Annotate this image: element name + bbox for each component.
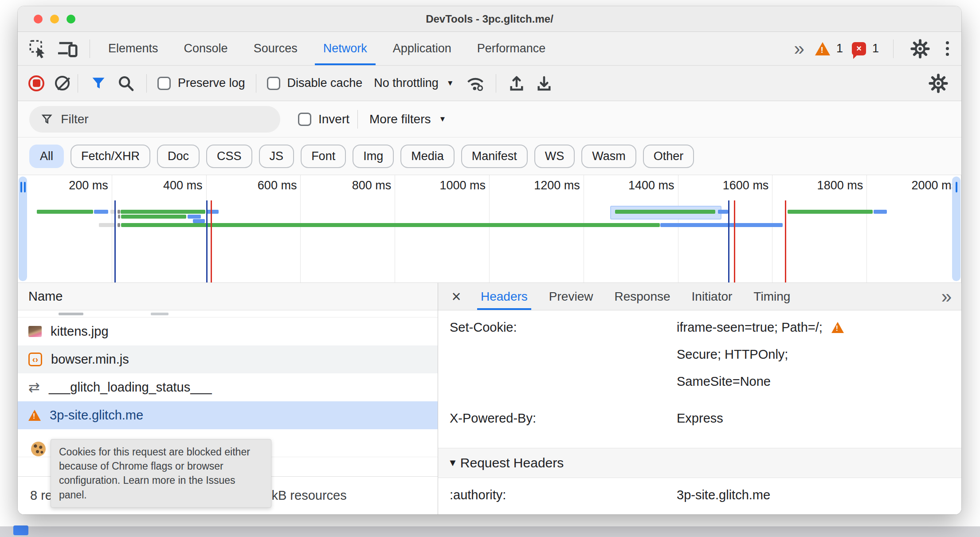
import-har-icon[interactable] bbox=[504, 71, 529, 96]
chip-other[interactable]: Other bbox=[643, 145, 694, 168]
requests-pane: Name kittens.jpg‹›bowser.min.js⇄___glitc… bbox=[18, 283, 438, 514]
record-network-log-icon[interactable] bbox=[28, 75, 44, 91]
detail-tab-preview[interactable]: Preview bbox=[538, 283, 604, 310]
warning-icon[interactable] bbox=[831, 322, 844, 333]
event-line-navy bbox=[728, 200, 729, 282]
chip-fetch-xhr[interactable]: Fetch/XHR bbox=[71, 145, 150, 168]
tab-sources[interactable]: Sources bbox=[241, 32, 310, 65]
waterfall-segment-green bbox=[788, 210, 873, 214]
waterfall-overview[interactable]: 200 ms400 ms600 ms800 ms1000 ms1200 ms14… bbox=[18, 175, 961, 283]
header-row: Set-Cookie:iframe-seen=true; Path=/;Secu… bbox=[438, 310, 961, 401]
header-value-text: Express bbox=[677, 411, 723, 426]
device-toolbar-icon[interactable] bbox=[55, 36, 80, 61]
waterfall-segment-green bbox=[121, 215, 186, 219]
detail-tab-headers[interactable]: Headers bbox=[470, 283, 538, 310]
filter-funnel-icon[interactable] bbox=[86, 71, 111, 96]
export-har-icon[interactable] bbox=[532, 71, 557, 96]
issues-warning-group[interactable]: 1 bbox=[815, 42, 843, 55]
more-filters-label: More filters bbox=[369, 112, 431, 126]
event-line-red bbox=[211, 200, 212, 282]
preserve-log-toggle[interactable]: Preserve log bbox=[155, 76, 248, 90]
overview-left-handle[interactable] bbox=[19, 176, 27, 281]
request-row[interactable]: ‹›bowser.min.js bbox=[18, 345, 438, 373]
header-value-text: Secure; HTTPOnly; bbox=[677, 347, 788, 362]
chip-all[interactable]: All bbox=[29, 145, 64, 168]
kebab-menu-icon[interactable] bbox=[941, 41, 953, 56]
network-settings-gear-icon[interactable] bbox=[926, 71, 951, 96]
detail-tab-initiator[interactable]: Initiator bbox=[681, 283, 743, 310]
waterfall-bars bbox=[18, 175, 961, 282]
chip-font[interactable]: Font bbox=[301, 145, 346, 168]
chip-ws[interactable]: WS bbox=[534, 145, 575, 168]
disable-cache-checkbox[interactable] bbox=[267, 77, 280, 90]
chip-doc[interactable]: Doc bbox=[157, 145, 200, 168]
tab-network[interactable]: Network bbox=[310, 32, 380, 65]
header-value: iframe-seen=true; Path=/;Secure; HTTPOnl… bbox=[677, 320, 950, 401]
request-name: kittens.jpg bbox=[51, 324, 109, 339]
network-toolbar: Preserve log Disable cache No throttling… bbox=[18, 66, 961, 101]
blocked-cookies-tooltip: Cookies for this request are blocked eit… bbox=[51, 439, 271, 508]
waterfall-segment-lightgray bbox=[99, 223, 115, 227]
overview-right-handle[interactable] bbox=[952, 176, 960, 281]
console-error-group[interactable]: × 1 bbox=[852, 42, 879, 55]
request-row[interactable]: kittens.jpg bbox=[18, 317, 438, 345]
chip-img[interactable]: Img bbox=[353, 145, 394, 168]
clear-network-log-icon[interactable] bbox=[55, 76, 70, 90]
tab-console[interactable]: Console bbox=[171, 32, 241, 65]
header-value: 3p-site.glitch.me bbox=[677, 488, 950, 502]
network-conditions-icon[interactable] bbox=[463, 71, 488, 96]
filter-row: Invert More filters ▼ bbox=[18, 101, 961, 137]
chip-js[interactable]: JS bbox=[259, 145, 294, 168]
tab-performance[interactable]: Performance bbox=[464, 32, 559, 65]
waterfall-segment-blue bbox=[193, 219, 205, 223]
tab-elements[interactable]: Elements bbox=[95, 32, 171, 65]
waterfall-segment-green bbox=[37, 210, 94, 214]
devtools-window: DevTools - 3pc.glitch.me/ ElementsConsol… bbox=[18, 6, 961, 514]
close-icon[interactable]: × bbox=[443, 283, 470, 310]
header-row: X-Powered-By:Express bbox=[438, 401, 961, 438]
preserve-log-checkbox[interactable] bbox=[157, 77, 171, 90]
inspect-element-icon[interactable] bbox=[26, 36, 51, 61]
more-filters-dropdown[interactable]: More filters ▼ bbox=[363, 112, 452, 126]
close-window-button[interactable] bbox=[34, 15, 43, 24]
more-detail-tabs-icon[interactable]: » bbox=[939, 287, 957, 306]
invert-checkbox[interactable] bbox=[298, 113, 311, 126]
detail-tab-timing[interactable]: Timing bbox=[743, 283, 801, 310]
image-thumbnail-icon bbox=[28, 326, 42, 337]
request-row[interactable]: ⇄___glitch_loading_status___ bbox=[18, 373, 438, 401]
request-headers-section[interactable]: ▼ Request Headers bbox=[438, 448, 961, 478]
waterfall-segment-tick bbox=[118, 215, 120, 219]
throttling-select[interactable]: No throttling ▼ bbox=[368, 76, 460, 90]
divider bbox=[146, 74, 147, 93]
filter-input[interactable] bbox=[61, 112, 269, 126]
header-row: :authority: 3p-site.glitch.me bbox=[438, 478, 961, 502]
minimize-window-button[interactable] bbox=[50, 15, 59, 24]
divider bbox=[90, 39, 90, 58]
waterfall-segment-blue bbox=[207, 210, 219, 214]
request-type-chips: AllFetch/XHRDocCSSJSFontImgMediaManifest… bbox=[18, 137, 961, 175]
panel-tabs: ElementsConsoleSourcesNetworkApplication… bbox=[95, 32, 558, 65]
name-column-header[interactable]: Name bbox=[18, 283, 438, 310]
error-count: 1 bbox=[872, 42, 879, 55]
partially-scrolled-row[interactable] bbox=[18, 310, 438, 317]
more-panels-icon[interactable]: » bbox=[792, 39, 806, 58]
chip-wasm[interactable]: Wasm bbox=[581, 145, 636, 168]
header-name: :authority: bbox=[450, 488, 677, 502]
chip-media[interactable]: Media bbox=[400, 145, 455, 168]
detail-tab-response[interactable]: Response bbox=[604, 283, 681, 310]
filter-input-pill[interactable] bbox=[29, 106, 280, 133]
disclosure-triangle-icon: ▼ bbox=[448, 457, 458, 469]
chip-manifest[interactable]: Manifest bbox=[461, 145, 528, 168]
warning-count: 1 bbox=[836, 42, 843, 55]
invert-toggle[interactable]: Invert bbox=[295, 112, 352, 126]
header-value-line: Secure; HTTPOnly; bbox=[677, 347, 950, 362]
background-window-strip bbox=[0, 526, 980, 537]
chip-css[interactable]: CSS bbox=[206, 145, 252, 168]
search-icon[interactable] bbox=[114, 71, 138, 96]
zoom-window-button[interactable] bbox=[67, 15, 75, 24]
warning-icon bbox=[815, 42, 830, 55]
tab-application[interactable]: Application bbox=[380, 32, 464, 65]
request-row[interactable]: 3p-site.glitch.me bbox=[18, 401, 438, 429]
settings-gear-icon[interactable] bbox=[908, 36, 933, 61]
disable-cache-toggle[interactable]: Disable cache bbox=[264, 76, 365, 90]
